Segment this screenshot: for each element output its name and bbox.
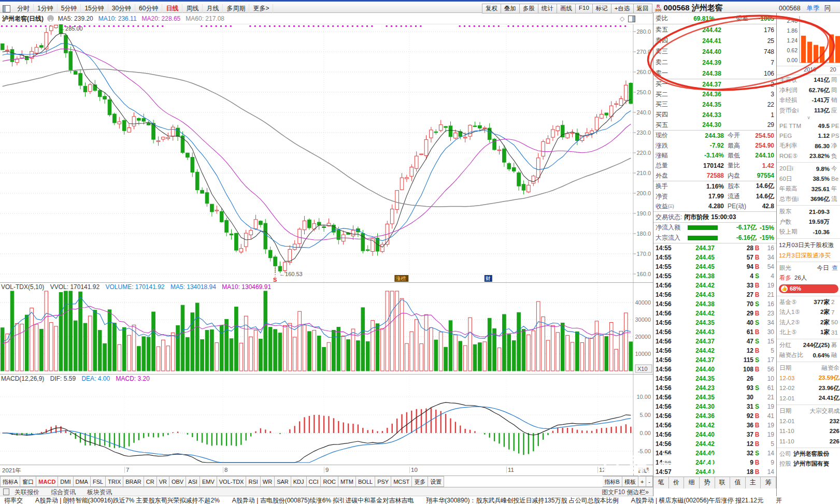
info-link-综合资讯[interactable]: 综合资讯 [51,488,76,497]
tool-button-F10[interactable]: F10 [575,4,593,13]
doc-icon[interactable] [3,488,9,495]
indicator-tab-DMI[interactable]: DMI [58,476,73,487]
indicator-tab-BOLL[interactable]: BOLL [356,476,375,487]
indicator-tab-更多[interactable]: 更多 [412,476,428,487]
diamond-icon[interactable]: ◇ [620,13,624,24]
ask-row[interactable]: 卖四244.4125 [653,35,776,46]
tool-button-画线[interactable]: 画线 [557,4,576,13]
tick-row[interactable]: 14:55244.384S4 [653,271,776,281]
indicator-tab-MTM[interactable]: MTM [338,476,356,487]
news-item[interactable]: 12月3日深股通净买 [777,250,840,261]
tick-row[interactable]: 14:56244.4037B19 [653,430,776,439]
tick-row[interactable]: 14:56244.4032S14 [653,449,776,458]
ask-row[interactable]: 卖五244.42176 [653,24,776,35]
tick-row[interactable]: 14:56244.3747S15 [653,337,776,346]
indicator-tab-VOL-TDX[interactable]: VOL-TDX [217,476,247,487]
bid-row[interactable]: 买一244.372 [653,79,776,90]
period-tab-月线[interactable]: 月线 [203,4,223,13]
macd-indicator-name[interactable]: MACD(12,26,9) [1,375,44,382]
tick-row[interactable]: 14:56244.3692B41 [653,411,776,421]
quote-tab-主[interactable]: 主 [746,477,761,488]
tool-button-标记[interactable]: 标记 [592,4,611,13]
quote-tab-笔[interactable]: 笔 [653,477,669,488]
quote-tab-细[interactable]: 细 [684,477,700,488]
kline-chart[interactable]: 280.0270.0260.0250.0240.0230.0220.0210.0… [0,24,653,282]
tool-button-+自选[interactable]: +自选 [611,4,634,13]
indicator-tab-SAR[interactable]: SAR [275,476,291,487]
bid-row[interactable]: 买四244.331 [653,110,776,120]
tick-row[interactable]: 14:56244.4229B23 [653,309,776,318]
indicator-tab-right--[interactable]: - [646,476,653,487]
tick-row[interactable]: 14:56244.352610 [653,374,776,383]
bid-row[interactable]: 买三244.3522 [653,99,776,110]
tick-row[interactable]: 14:56244.37115S17 [653,355,776,365]
tick-row[interactable]: 14:55244.4557B34 [653,253,776,262]
tick-row[interactable]: 14:56244.3540S34 [653,318,776,327]
tick-row[interactable]: 14:55244.3728B16 [653,243,776,253]
indicator-tab-KDJ[interactable]: KDJ [291,476,307,487]
period-tab-5分钟[interactable]: 5分钟 [58,4,81,13]
tick-list[interactable]: 14:55244.3728B1614:55244.4557B3414:55244… [653,243,776,486]
volume-chart[interactable]: 40000300002000010000X10 [0,283,653,374]
tick-row[interactable]: 14:57244.4018B14 [653,467,776,477]
view-link[interactable]: 查 [832,264,838,272]
tool-button-统计[interactable]: 统计 [538,4,557,13]
tick-row[interactable]: 14:56244.4212B5 [653,439,776,449]
period-tab-日线[interactable]: 日线 [162,4,182,13]
tick-row[interactable]: 14:56244.40108B56 [653,365,776,374]
tick-row[interactable]: 14:55244.4594B54 [653,262,776,271]
indicator-tab-VR[interactable]: VR [157,476,169,487]
period-tab-15分钟[interactable]: 15分钟 [81,4,108,13]
news-item[interactable]: 12月03日关于股权激 [777,240,840,250]
indicator-tab-指标A[interactable]: 指标A [0,476,20,487]
indicator-tab-MCST[interactable]: MCST [391,476,412,487]
indicator-tab-PSY[interactable]: PSY [375,476,391,487]
quote-tab-值[interactable]: 值 [730,477,746,488]
indicator-tab-OBV[interactable]: OBV [169,476,186,487]
tick-row[interactable]: 14:56244.409B9 [653,458,776,467]
tick-row[interactable]: 14:56244.3870S16 [653,299,776,309]
indicator-tab-BRAR[interactable]: BRAR [123,476,144,487]
indicator-tab-TRIX[interactable]: TRIX [106,476,123,487]
indicator-tab-MACD[interactable]: MACD [36,476,58,487]
indicator-tab-CR[interactable]: CR [144,476,157,487]
indicator-tab-right-指标B[interactable]: 指标B [603,476,622,487]
indicator-tab-right-模板[interactable]: 模板 [622,476,638,487]
indicator-tab-窗口[interactable]: 窗口 [20,476,36,487]
period-tab-周线[interactable]: 周线 [182,4,203,13]
ask-row[interactable]: 卖一244.38106 [653,68,776,79]
tool-button-复权[interactable]: 复权 [482,4,501,13]
tick-row[interactable]: 14:56244.4233B19 [653,281,776,290]
tool-button-叠加[interactable]: 叠加 [501,4,520,13]
macd-chart[interactable]: 10.005.000.00-5.00 [0,375,653,465]
ask-row[interactable]: 卖三244.40748 [653,46,776,57]
split-view-icon[interactable] [628,16,635,22]
quote-tab-联[interactable]: 联 [715,477,731,488]
vol-indicator-name[interactable]: VOL-TDX(5,10) [1,283,44,291]
indicator-tab-EMV[interactable]: EMV [200,476,217,487]
indicator-tab-DMA[interactable]: DMA [74,476,91,487]
info-link-板块资讯[interactable]: 板块资讯 [87,488,112,497]
tick-row[interactable]: 14:56244.3031S19 [653,402,776,411]
tool-button-返回[interactable]: 返回 [633,4,652,13]
period-tab-更多>[interactable]: 更多> [249,4,273,13]
indicator-tab-ASI[interactable]: ASI [186,476,200,487]
indicator-tab-CCI[interactable]: CCI [307,476,321,487]
single-quarter-link[interactable]: 单季 [806,5,819,12]
tick-row[interactable]: 14:56244.4236B19 [653,421,776,430]
tick-row[interactable]: 14:56244.353021 [653,393,776,402]
bid-row[interactable]: 买二244.363 [653,90,776,100]
chevron-down-icon[interactable]: ∨ [777,116,840,121]
chevron-down-icon[interactable]: ▾ [47,15,54,22]
period-tab-多周期[interactable]: 多周期 [223,4,249,13]
tick-row[interactable]: 14:56244.4361B30 [653,327,776,337]
indicator-tab-RSI[interactable]: RSI [246,476,260,487]
quote-tab-价[interactable]: 价 [669,477,685,488]
window-icon[interactable] [3,5,10,12]
period-indicator[interactable]: 日线 [633,465,653,476]
tick-row[interactable]: 14:56244.4212B5 [653,346,776,355]
period-tab-分时[interactable]: 分时 [13,4,34,13]
quote-tab-势[interactable]: 势 [700,477,715,488]
period-tab-30分钟[interactable]: 30分钟 [108,4,135,13]
info-link-关联报价[interactable]: 关联报价 [15,488,39,497]
